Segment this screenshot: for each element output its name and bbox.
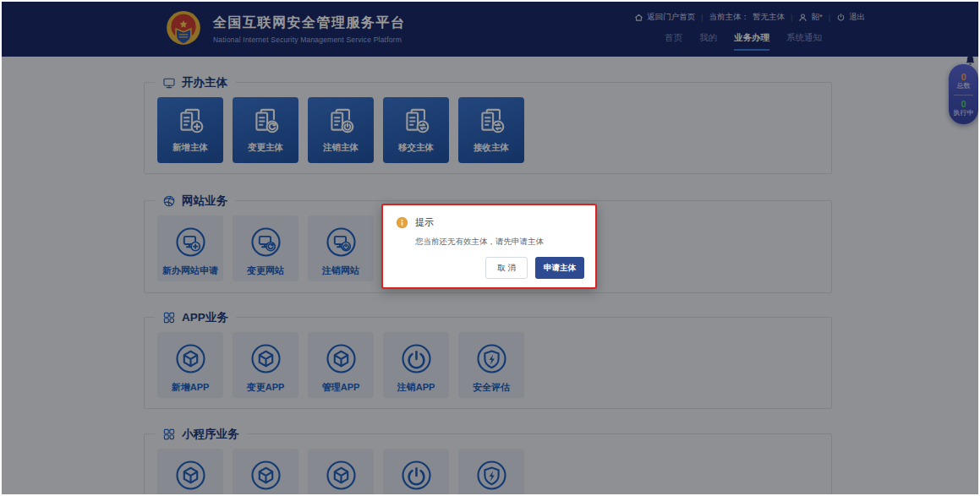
info-icon	[396, 216, 408, 229]
dialog-message: 您当前还无有效主体，请先申请主体	[415, 237, 595, 248]
prompt-dialog: 提示 您当前还无有效主体，请先申请主体 取 消 申请主体	[381, 204, 597, 289]
app-window: 全国互联网安全管理服务平台 National Internet Security…	[2, 2, 978, 494]
dialog-buttons: 取 消 申请主体	[485, 257, 584, 279]
apply-subject-button[interactable]: 申请主体	[535, 257, 584, 279]
dialog-header: 提示	[396, 216, 595, 229]
dialog-title: 提示	[415, 216, 434, 229]
cancel-button[interactable]: 取 消	[485, 257, 528, 279]
